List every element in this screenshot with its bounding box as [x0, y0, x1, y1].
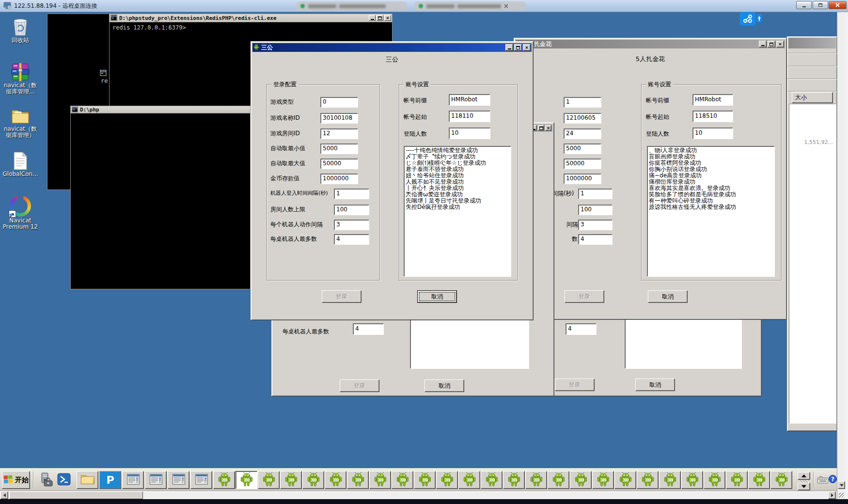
- taskbar-android-button[interactable]: [369, 471, 391, 489]
- taskbar-android-button[interactable]: [436, 471, 458, 489]
- taskbar-android-button[interactable]: [548, 471, 569, 489]
- scroll-left-button[interactable]: [0, 491, 8, 499]
- maximize-button[interactable]: [538, 125, 544, 131]
- start-button[interactable]: 开始: [2, 471, 30, 489]
- size-column-header[interactable]: 大小: [792, 92, 833, 103]
- console-fragment-icon[interactable]: [100, 69, 108, 76]
- close-button[interactable]: ×: [776, 41, 784, 47]
- connection-share-icon[interactable]: [739, 12, 756, 26]
- taskbar-android-button[interactable]: [681, 471, 703, 489]
- robot-login-interval-field[interactable]: 1: [334, 189, 369, 199]
- sangong-titlebar[interactable]: 三公 ×: [252, 43, 532, 52]
- auto-min-field[interactable]: 5000: [564, 143, 601, 154]
- explorer-window[interactable]: 大小 1,551,92...: [787, 36, 837, 431]
- taskbar-console-app-button[interactable]: [190, 471, 212, 489]
- close-button[interactable]: ×: [384, 15, 391, 21]
- desktop-icon-winrar[interactable]: navicat（数 据库管理...: [0, 63, 41, 95]
- login-message-listbox[interactable]: 、物i人非登录成功盲眼画师登录成功你挺茬楞阿登录成功你胸小别说话登录成功痛~de…: [647, 146, 775, 277]
- robot-action-interval-field[interactable]: 3: [578, 220, 612, 230]
- game-name-id-field[interactable]: 30100108: [320, 113, 358, 124]
- max-robots-field[interactable]: 4: [353, 323, 384, 335]
- login-button[interactable]: 登录: [340, 379, 379, 392]
- taskbar-scroll-down-button[interactable]: [798, 483, 810, 490]
- taskbar-phpstudy-button[interactable]: P: [99, 471, 121, 489]
- zhajinhua-dialog[interactable]: 5人扎金花 × 5人扎金花 1 12100605 24 5000 50000 1…: [514, 38, 787, 320]
- resize-grip[interactable]: [839, 493, 844, 498]
- room-capacity-field[interactable]: 100: [578, 205, 612, 215]
- tab-close-icon[interactable]: [504, 4, 508, 8]
- keyboard-icon[interactable]: [817, 475, 829, 486]
- maximize-button[interactable]: [377, 15, 383, 21]
- rdp-titlebar[interactable]: 122.51.88.194 - 远程桌面连接: [0, 0, 848, 12]
- file-list[interactable]: 1,551,92...: [789, 104, 836, 424]
- max-robots-per-table-field[interactable]: 4: [578, 234, 612, 245]
- powershell-icon[interactable]: [57, 473, 71, 488]
- game-type-field[interactable]: 0: [320, 97, 358, 108]
- desktop-icon-folder[interactable]: navicat（数 据库管理）: [0, 107, 41, 139]
- robot-login-interval-field[interactable]: 1: [578, 189, 612, 199]
- account-start-field[interactable]: 118510: [692, 110, 733, 122]
- max-robots-per-table-field[interactable]: 4: [334, 234, 369, 245]
- taskbar-android-button[interactable]: [726, 471, 748, 489]
- taskbar-console-app-button[interactable]: [168, 471, 189, 489]
- redis-console-titlebar[interactable]: D:\phpstudy_pro\Extensions\RedisPHP\redi…: [110, 14, 392, 22]
- taskbar-android-button[interactable]: [704, 471, 725, 489]
- taskbar-android-button[interactable]: [659, 471, 681, 489]
- auto-max-field[interactable]: 50000: [320, 158, 358, 169]
- close-button[interactable]: ×: [545, 125, 551, 131]
- taskbar-console-app-button[interactable]: [145, 471, 167, 489]
- taskbar-android-button[interactable]: [614, 471, 636, 489]
- taskbar-android-button[interactable]: [325, 471, 346, 489]
- close-button[interactable]: ×: [523, 44, 531, 51]
- room-capacity-field[interactable]: 100: [334, 205, 369, 215]
- rdp-horizontal-scrollbar[interactable]: [0, 490, 837, 499]
- taskbar-explorer-button[interactable]: [77, 471, 98, 489]
- game-name-id-field[interactable]: 12100605: [564, 113, 601, 124]
- login-message-listbox[interactable]: ----十纯色纯情纯爱登录成功〆丁辈子〝续约つ登录成功じ☆彪⑴樣嘚尐年☆じ登录成…: [404, 146, 511, 277]
- account-prefix-field[interactable]: HMRobot: [692, 94, 733, 106]
- gold-deposit-field[interactable]: 1000000: [320, 173, 358, 184]
- taskbar-android-button[interactable]: [302, 471, 324, 489]
- rdp-maximize-button[interactable]: [813, 1, 828, 9]
- cancel-button[interactable]: 取消: [424, 379, 464, 392]
- rdp-vertical-scrollbar[interactable]: [837, 12, 845, 499]
- desktop-icon-recycle-bin[interactable]: 回收站: [0, 17, 41, 44]
- taskbar-android-button[interactable]: [392, 471, 413, 489]
- account-prefix-field[interactable]: HMRobot: [449, 94, 490, 106]
- taskbar-android-button[interactable]: [258, 471, 280, 489]
- taskbar-android-button[interactable]: [525, 471, 547, 489]
- auto-min-field[interactable]: 5000: [320, 143, 358, 154]
- taskbar-android-button[interactable]: [592, 471, 614, 489]
- up-arrow-icon[interactable]: [757, 14, 762, 23]
- zhajinhua-titlebar[interactable]: 5人扎金花 ×: [516, 40, 785, 48]
- desktop-icon-document[interactable]: GlobalCon...: [0, 152, 41, 177]
- game-type-field[interactable]: 1: [564, 97, 601, 108]
- minimize-button[interactable]: [759, 41, 767, 47]
- taskbar-android-button[interactable]: [770, 471, 792, 489]
- login-count-field[interactable]: 10: [449, 127, 490, 139]
- taskbar-scroll-up-button[interactable]: [798, 472, 810, 480]
- taskbar-android-button[interactable]: [280, 471, 302, 489]
- sangong-dialog[interactable]: 三公 × 三公 登录配置 游戏类型 0 游戏名称ID 30100108 游戏房间…: [251, 41, 534, 320]
- taskbar-android-button[interactable]: [458, 471, 480, 489]
- login-button[interactable]: 登录: [322, 290, 361, 303]
- help-icon[interactable]: ?: [829, 475, 837, 483]
- taskbar-android-button[interactable]: [347, 471, 369, 489]
- cancel-button[interactable]: 取消: [648, 290, 688, 303]
- taskbar-android-button[interactable]: [414, 471, 436, 489]
- minimize-button[interactable]: [505, 44, 513, 51]
- desktop-icon-navicat[interactable]: Navicat Premium 12: [0, 195, 41, 230]
- maximize-button[interactable]: [514, 44, 522, 51]
- taskbar-android-button[interactable]: [481, 471, 503, 489]
- maximize-button[interactable]: [768, 41, 775, 47]
- taskbar-android-button[interactable]: [236, 471, 257, 489]
- taskbar-android-button[interactable]: [570, 471, 592, 489]
- login-button[interactable]: 登录: [565, 290, 604, 303]
- cancel-button[interactable]: 取消: [417, 290, 457, 303]
- taskbar-android-button[interactable]: [748, 471, 770, 489]
- taskbar-console-app-button[interactable]: [122, 471, 144, 489]
- server-manager-icon[interactable]: [39, 472, 53, 489]
- scroll-down-button[interactable]: [838, 481, 845, 489]
- gold-deposit-field[interactable]: 1000000: [564, 173, 601, 184]
- max-robots-field[interactable]: 4: [565, 323, 597, 335]
